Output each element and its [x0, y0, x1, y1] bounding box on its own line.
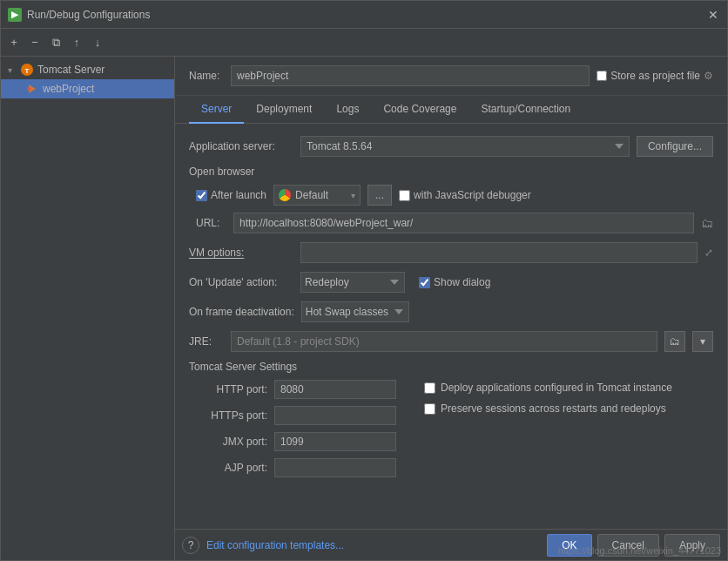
app-server-row: Application server: Tomcat 8.5.64 Config… — [189, 136, 713, 157]
sidebar: ▾ T Tomcat Server — [1, 57, 175, 560]
deploy-tomcat-checkbox[interactable] — [424, 382, 435, 394]
tab-server[interactable]: Server — [189, 96, 244, 124]
https-port-label: HTTPs port: — [189, 409, 267, 422]
js-debugger-text: with JavaScript debugger — [414, 189, 531, 201]
tab-logs[interactable]: Logs — [324, 96, 371, 124]
store-as-project: Store as project file ⚙ — [597, 70, 713, 82]
toolbar: + − ⧉ ↑ ↓ — [1, 29, 727, 57]
main-content: ▾ T Tomcat Server — [1, 57, 727, 560]
vm-options-input[interactable] — [300, 242, 698, 263]
title-bar: ▶ Run/Debug Configurations ✕ — [1, 1, 727, 29]
svg-text:T: T — [25, 67, 30, 75]
configure-button[interactable]: Configure... — [637, 136, 713, 157]
webproject-label: webProject — [43, 83, 94, 95]
show-dialog-text: Show dialog — [434, 276, 490, 288]
tomcat-server-label: Tomcat Server — [37, 64, 104, 76]
browser-select[interactable]: Default — [273, 185, 361, 206]
add-config-button[interactable]: + — [4, 33, 24, 52]
right-panel: Name: Store as project file ⚙ Server Dep… — [175, 57, 727, 560]
app-icon: ▶ — [8, 8, 22, 22]
debug-config-icon — [25, 82, 39, 96]
http-port-input[interactable] — [274, 380, 396, 399]
jre-dropdown-button[interactable]: ▾ — [692, 331, 713, 352]
vm-options-row: VM options: ⤢ — [189, 242, 713, 263]
on-frame-row: On frame deactivation: Hot Swap classes — [189, 301, 713, 322]
move-up-button[interactable]: ↑ — [67, 33, 86, 52]
url-input[interactable] — [233, 213, 694, 233]
jre-folder-button[interactable]: 🗂 — [664, 331, 685, 352]
help-button[interactable]: ? — [182, 537, 199, 554]
on-update-select[interactable]: Redeploy — [300, 272, 405, 293]
window-controls: ✕ — [706, 8, 720, 22]
move-down-button[interactable]: ↓ — [88, 33, 107, 52]
show-dialog-checkbox[interactable] — [419, 277, 430, 288]
http-port-row: HTTP port: — [189, 380, 396, 399]
jre-label: JRE: — [189, 335, 224, 348]
name-input[interactable] — [231, 65, 590, 86]
watermark: https://blog.csdn.net/weixin_44771023 — [558, 545, 721, 556]
tab-code-coverage[interactable]: Code Coverage — [371, 96, 468, 124]
deploy-options-group: Deploy applications configured in Tomcat… — [424, 380, 672, 484]
app-server-select[interactable]: Tomcat 8.5.64 — [300, 136, 630, 157]
remove-config-button[interactable]: − — [25, 33, 44, 52]
jmx-port-label: JMX port: — [189, 436, 267, 448]
jmx-port-input[interactable] — [274, 432, 396, 451]
https-port-input[interactable] — [274, 406, 396, 425]
store-project-label: Store as project file — [610, 70, 700, 82]
show-dialog-label: Show dialog — [419, 276, 490, 288]
on-update-label: On 'Update' action: — [189, 276, 293, 288]
after-launch-row: After launch Default ▾ ... wi — [189, 185, 713, 206]
js-debugger-label: with JavaScript debugger — [399, 189, 531, 201]
js-debugger-checkbox[interactable] — [399, 190, 410, 201]
gear-icon[interactable]: ⚙ — [704, 70, 713, 82]
preserve-sessions-checkbox[interactable] — [424, 403, 435, 415]
sidebar-item-webproject[interactable]: webProject — [1, 79, 174, 98]
store-project-checkbox[interactable] — [597, 71, 607, 81]
tomcat-server-icon: T — [20, 63, 34, 77]
settings-title: Tomcat Server Settings — [189, 361, 713, 373]
jre-input[interactable] — [231, 331, 657, 352]
after-launch-label: After launch — [211, 189, 266, 201]
window-title: Run/Debug Configurations — [27, 9, 706, 21]
sidebar-item-tomcat-server[interactable]: ▾ T Tomcat Server — [1, 60, 174, 79]
open-browser-title: Open browser — [189, 166, 713, 178]
ajp-port-row: AJP port: — [189, 458, 396, 477]
vm-options-label: VM options: — [189, 247, 293, 259]
deploy-tomcat-text: Deploy applications configured in Tomcat… — [441, 382, 672, 394]
url-label: URL: — [196, 217, 226, 229]
copy-config-button[interactable]: ⧉ — [46, 33, 65, 52]
url-row: URL: 🗂 — [189, 213, 713, 233]
open-browser-section: Open browser After launch Default — [189, 166, 713, 233]
app-server-label: Application server: — [189, 140, 293, 152]
bottom-left: ? Edit configuration templates... — [182, 537, 344, 554]
close-button[interactable]: ✕ — [706, 8, 720, 22]
edit-templates-link[interactable]: Edit configuration templates... — [206, 539, 344, 551]
jmx-port-row: JMX port: — [189, 432, 396, 451]
tabs: Server Deployment Logs Code Coverage Sta… — [175, 96, 727, 124]
after-launch-checkbox[interactable] — [196, 190, 207, 201]
tab-deployment[interactable]: Deployment — [244, 96, 324, 124]
browser-select-wrapper: Default ▾ — [273, 185, 361, 206]
port-group-left: HTTP port: HTTPs port: JMX port: — [189, 380, 396, 484]
ajp-port-label: AJP port: — [189, 462, 267, 474]
folder-icon[interactable]: 🗂 — [701, 216, 713, 230]
after-launch-checkbox-label: After launch — [196, 189, 266, 201]
deploy-tomcat-label: Deploy applications configured in Tomcat… — [424, 382, 672, 394]
on-frame-select[interactable]: Hot Swap classes — [301, 301, 409, 322]
server-tab-content: Application server: Tomcat 8.5.64 Config… — [175, 124, 727, 529]
ellipsis-button[interactable]: ... — [367, 185, 392, 206]
preserve-sessions-text: Preserve sessions across restarts and re… — [441, 402, 666, 415]
https-port-row: HTTPs port: — [189, 406, 396, 425]
main-window: ▶ Run/Debug Configurations ✕ + − ⧉ ↑ ↓ ▾… — [0, 0, 728, 561]
arrow-icon: ▾ — [8, 65, 17, 75]
svg-point-3 — [27, 87, 30, 91]
tomcat-settings-section: Tomcat Server Settings HTTP port: HTTPs … — [189, 361, 713, 484]
preserve-sessions-label: Preserve sessions across restarts and re… — [424, 402, 672, 415]
expand-icon[interactable]: ⤢ — [704, 247, 713, 259]
name-row: Name: Store as project file ⚙ — [175, 57, 727, 96]
jre-row: JRE: 🗂 ▾ — [189, 331, 713, 352]
tab-startup-connection[interactable]: Startup/Connection — [468, 96, 583, 124]
ajp-port-input[interactable] — [274, 458, 396, 477]
http-port-label: HTTP port: — [189, 383, 267, 395]
sidebar-group-tomcat: ▾ T Tomcat Server — [1, 57, 174, 102]
